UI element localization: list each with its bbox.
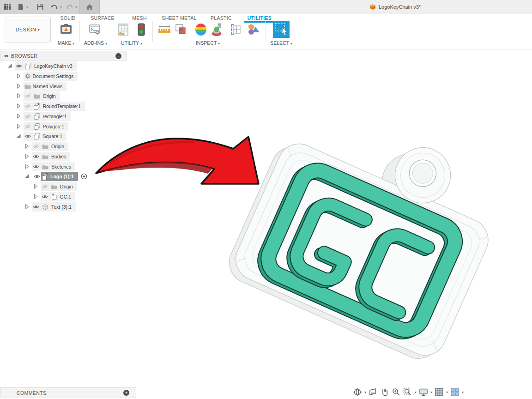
- app-grid-icon[interactable]: [4, 3, 11, 11]
- select-icon[interactable]: [272, 21, 290, 38]
- tab-mesh[interactable]: MESH: [132, 15, 147, 21]
- visibility-eye-icon[interactable]: [33, 173, 41, 180]
- group-label-add-ins[interactable]: ADD-INS ▾: [84, 40, 107, 46]
- expander-open-icon[interactable]: [6, 62, 14, 70]
- tree-row[interactable]: Text (3):1: [0, 202, 139, 212]
- tree-item[interactable]: rectangle:1: [24, 112, 71, 121]
- tree-row[interactable]: Logo (1):1: [0, 172, 139, 181]
- keychain-model[interactable]: [223, 92, 514, 367]
- tab-plastic[interactable]: PLASTIC: [211, 15, 232, 21]
- visibility-eye-icon[interactable]: [24, 92, 31, 100]
- redo-menu-caret[interactable]: ▾: [75, 5, 77, 9]
- expander-open-icon[interactable]: [24, 173, 31, 180]
- expander-closed-icon[interactable]: [15, 123, 23, 130]
- group-label-utility[interactable]: UTILITY ▾: [121, 40, 142, 46]
- tree-item[interactable]: RoundTemplate:1: [24, 102, 85, 111]
- fit-caret[interactable]: ▾: [414, 390, 417, 394]
- file-menu-caret[interactable]: ▾: [26, 5, 28, 9]
- browser-panel-header[interactable]: ◀◀ BROWSER −: [0, 51, 127, 60]
- browser-minimize-icon[interactable]: −: [115, 53, 121, 59]
- tab-surface[interactable]: SURFACE: [91, 15, 115, 21]
- visibility-eye-icon[interactable]: [24, 113, 31, 120]
- display-settings-icon[interactable]: [418, 387, 429, 397]
- tree-item[interactable]: Polygon:1: [24, 122, 69, 131]
- visibility-eye-icon[interactable]: [32, 153, 40, 160]
- measure-icon[interactable]: [158, 23, 171, 36]
- expander-closed-icon[interactable]: [24, 203, 31, 211]
- viewports-icon[interactable]: [450, 387, 460, 397]
- visibility-eye-icon[interactable]: [41, 183, 48, 190]
- expander-open-icon[interactable]: [15, 133, 23, 140]
- tree-row[interactable]: Document Settings: [0, 72, 139, 81]
- tree-row[interactable]: Sketches: [0, 162, 139, 171]
- home-tab[interactable]: [79, 0, 100, 14]
- tree-row[interactable]: Square:1: [0, 132, 139, 141]
- tree-item[interactable]: Document Settings: [24, 72, 78, 81]
- collapse-panel-icon[interactable]: ◀◀: [4, 54, 7, 58]
- tree-row[interactable]: Named Views: [0, 82, 139, 91]
- section-analysis-icon[interactable]: [211, 23, 224, 36]
- center-of-mass-icon[interactable]: [229, 23, 243, 36]
- expander-closed-icon[interactable]: [15, 113, 23, 120]
- expander-closed-icon[interactable]: [24, 143, 31, 150]
- expander-closed-icon[interactable]: [32, 183, 40, 190]
- draft-analysis-icon[interactable]: [194, 23, 208, 36]
- expander-closed-icon[interactable]: [15, 83, 23, 90]
- undo-menu-caret[interactable]: ▾: [60, 5, 62, 9]
- expander-closed-icon[interactable]: [15, 103, 23, 110]
- tree-row[interactable]: rectangle:1: [0, 112, 139, 121]
- redo-icon[interactable]: [66, 3, 73, 11]
- tree-row[interactable]: Bodies: [0, 152, 139, 161]
- expander-closed-icon[interactable]: [24, 163, 31, 170]
- display-settings-caret[interactable]: ▾: [430, 390, 433, 394]
- visibility-eye-icon[interactable]: [32, 143, 40, 150]
- zoom-icon[interactable]: [391, 387, 401, 397]
- expander-closed-icon[interactable]: [15, 73, 23, 80]
- group-label-inspect[interactable]: INSPECT ▾: [196, 40, 220, 46]
- visibility-eye-icon[interactable]: [32, 163, 40, 170]
- activate-component-radio[interactable]: [80, 173, 88, 180]
- grid-settings-caret[interactable]: ▾: [446, 390, 448, 394]
- utility-table-icon[interactable]: [116, 23, 130, 36]
- make-3d-print-icon[interactable]: [59, 23, 73, 36]
- tree-row[interactable]: Origin: [0, 142, 139, 151]
- orbit-caret[interactable]: ▾: [364, 390, 367, 394]
- tree-item[interactable]: Square:1: [24, 132, 67, 141]
- tree-item[interactable]: Logo (1):1: [41, 172, 78, 181]
- pan-icon[interactable]: [380, 387, 390, 397]
- tree-row[interactable]: LogoKeyChain v3: [0, 61, 139, 71]
- tree-item[interactable]: Origin: [41, 182, 77, 191]
- viewports-caret[interactable]: ▾: [461, 390, 464, 394]
- interference-icon[interactable]: [174, 23, 188, 36]
- save-icon[interactable]: [36, 3, 44, 11]
- comments-bar[interactable]: COMMENTS +: [0, 387, 136, 398]
- visibility-eye-icon[interactable]: [15, 62, 23, 70]
- group-label-select[interactable]: SELECT ▾: [270, 40, 292, 46]
- visibility-eye-icon[interactable]: [24, 103, 31, 110]
- tab-utilities[interactable]: UTILITIES: [248, 15, 272, 21]
- add-ins-icon[interactable]: [88, 23, 102, 36]
- tree-row[interactable]: GC:1: [0, 192, 139, 201]
- expander-closed-icon[interactable]: [32, 193, 40, 200]
- tree-row[interactable]: Origin: [0, 182, 139, 191]
- visibility-eye-icon[interactable]: [41, 193, 48, 200]
- add-comment-icon[interactable]: +: [123, 390, 129, 396]
- tree-row[interactable]: Polygon:1: [0, 122, 139, 131]
- grid-settings-icon[interactable]: [434, 387, 444, 397]
- document-tab[interactable]: LogoKeyChain v3*: [369, 0, 421, 14]
- visibility-eye-icon[interactable]: [24, 133, 31, 140]
- expander-closed-icon[interactable]: [24, 153, 31, 160]
- expander-closed-icon[interactable]: [15, 92, 23, 100]
- workspace-selector-button[interactable]: DESIGN ▾: [5, 17, 51, 42]
- tree-item[interactable]: Origin: [32, 142, 68, 151]
- utility-traffic-light-icon[interactable]: [134, 23, 148, 36]
- orbit-icon[interactable]: [352, 387, 363, 397]
- tree-item[interactable]: Named Views: [24, 82, 67, 91]
- tab-sheet-metal[interactable]: SHEET METAL: [162, 15, 196, 21]
- undo-icon[interactable]: [50, 3, 58, 11]
- tree-item[interactable]: Origin: [24, 91, 60, 101]
- tree-row[interactable]: Origin: [0, 91, 139, 101]
- fit-icon[interactable]: [403, 387, 413, 397]
- tree-item[interactable]: GC:1: [41, 192, 76, 201]
- tree-item[interactable]: Bodies: [32, 152, 70, 161]
